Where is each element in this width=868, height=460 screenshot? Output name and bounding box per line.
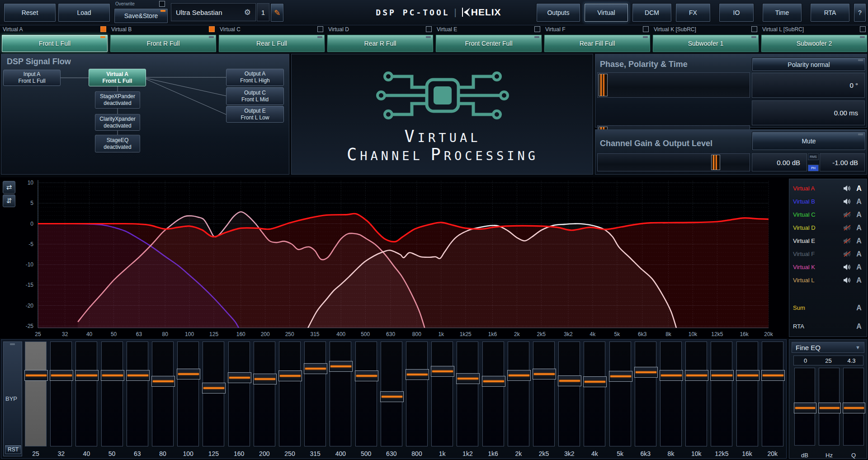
eq-band-track-100[interactable] [177,341,199,446]
eq-band-handle-6k3[interactable] [634,367,658,378]
eq-band-track-12k5[interactable] [711,341,732,446]
eq-band-handle-5k[interactable] [609,371,632,382]
eq-band-handle-2k5[interactable] [533,369,556,379]
ph-badge[interactable]: PH [808,165,819,171]
setup-name-field[interactable]: Ultra Sebastian ⚙ [171,3,256,21]
auto-button[interactable]: A [855,276,863,285]
eq-band-track-4k[interactable] [584,341,605,446]
reset-button[interactable]: Reset [4,3,56,22]
flow-stageeq-node[interactable]: StageEQ deactivated [95,135,140,152]
speaker-muted-icon[interactable] [843,237,851,244]
fine-eq-handle-q[interactable] [843,403,865,413]
eq-band-track-3k2[interactable] [558,341,580,446]
auto-button[interactable]: A [855,263,863,271]
fine-eq-track-db[interactable] [794,368,815,446]
gain-slider-handle[interactable] [711,155,720,170]
eq-band-track-250[interactable] [279,341,301,446]
speaker-muted-icon[interactable] [843,224,851,231]
eq-band-track-315[interactable] [304,341,326,446]
eq-band-handle-12k5[interactable] [710,370,734,381]
channel-link-checkbox[interactable] [100,26,106,32]
eq-band-track-400[interactable] [330,341,351,446]
auto-button[interactable]: A [855,224,863,232]
channel-link-checkbox[interactable] [751,26,757,32]
edit-note-button[interactable]: ✎ [270,3,284,22]
flow-output-a-node[interactable]: Output A Front L High [226,69,284,86]
bypass-panel[interactable]: BYP RST [3,341,22,456]
nav-fx[interactable]: FX [675,3,711,22]
eq-band-handle-8k[interactable] [660,370,683,381]
eq-band-track-630[interactable] [381,341,402,446]
speaker-muted-icon[interactable] [843,251,851,257]
eq-band-track-25[interactable] [25,341,47,446]
eq-band-handle-125[interactable] [202,383,226,394]
eq-band-track-16k[interactable] [736,341,758,446]
channel-button-subwoofer-1[interactable]: Subwoofer 1 [652,34,759,52]
mute-button[interactable]: Mute [752,132,866,151]
eq-band-track-2k[interactable] [508,341,529,446]
phase-value[interactable]: 0 ° [752,73,865,98]
eq-band-track-8k[interactable] [660,341,682,446]
eq-band-track-63[interactable] [127,341,148,446]
eq-band-handle-200[interactable] [253,374,277,384]
flow-clarityxpander-node[interactable]: ClarityXpander deactivated [95,114,140,131]
rms-badge[interactable]: RMS [808,153,819,160]
eq-band-track-2k5[interactable] [533,341,555,446]
reset-eq-button[interactable]: RST [5,445,22,455]
eq-band-handle-32[interactable] [50,370,73,381]
eq-band-handle-500[interactable] [355,370,378,381]
eq-band-track-160[interactable] [228,341,250,446]
eq-band-handle-400[interactable] [329,361,353,372]
eq-band-track-125[interactable] [203,341,224,446]
eq-band-handle-250[interactable] [278,370,302,381]
channel-button-front-center-full[interactable]: Front Center Full [435,34,542,52]
overwrite-checkbox[interactable] [159,1,165,7]
nav-io[interactable]: IO [719,3,754,22]
channel-link-checkbox[interactable] [860,26,866,32]
eq-band-handle-315[interactable] [304,363,327,374]
eq-band-track-50[interactable] [101,341,123,446]
channel-button-front-l-full[interactable]: Front L Full [1,34,108,52]
eq-band-track-800[interactable] [406,341,428,446]
auto-button[interactable]: A [855,211,863,219]
channel-link-checkbox[interactable] [534,26,540,32]
eq-band-handle-100[interactable] [177,369,200,379]
response-graph[interactable]: 1050-5-10-15-20-252532405063801001251602… [0,177,787,338]
auto-button[interactable]: A [855,185,863,193]
eq-band-track-6k3[interactable] [635,341,656,446]
eq-band-track-40[interactable] [75,341,97,446]
speaker-icon[interactable] [843,264,851,270]
eq-band-handle-1k[interactable] [431,366,454,377]
gain-value[interactable]: 0.00 dB [752,153,807,171]
eq-band-handle-25[interactable] [24,370,48,381]
channel-button-subwoofer-2[interactable]: Subwoofer 2 [761,34,868,52]
fine-eq-track-q[interactable] [843,368,864,446]
eq-band-track-1k6[interactable] [482,341,504,446]
save-store-button[interactable]: Save&Store [114,8,168,24]
nav-rta[interactable]: RTA [810,3,850,22]
eq-band-handle-3k2[interactable] [558,375,581,386]
preset-number[interactable]: 1 [257,3,269,21]
nav-time[interactable]: Time [762,3,802,22]
flow-output-c-node[interactable]: Output C Front L Mid [226,87,284,105]
eq-band-track-1k2[interactable] [457,341,478,446]
eq-band-handle-80[interactable] [151,376,175,387]
fine-eq-track-hz[interactable] [819,368,840,446]
auto-button[interactable]: A [855,304,863,312]
eq-band-handle-1k6[interactable] [482,376,505,387]
eq-band-track-1k[interactable] [431,341,453,446]
channel-link-checkbox[interactable] [426,26,432,32]
delay-value[interactable]: 0.00 ms [752,100,865,125]
gain-slider[interactable] [597,153,750,171]
eq-band-handle-2k[interactable] [507,370,531,381]
nav-virtual[interactable]: Virtual [584,3,628,22]
channel-link-checkbox[interactable] [317,26,323,32]
eq-band-handle-50[interactable] [101,370,124,381]
polarity-button[interactable]: Polarity normal [752,57,866,71]
auto-button[interactable]: A [855,250,863,258]
fine-eq-handle-db[interactable] [794,403,816,413]
eq-band-handle-1k2[interactable] [456,373,480,384]
eq-band-handle-16k[interactable] [736,370,760,381]
speaker-icon[interactable] [843,277,851,284]
eq-band-handle-40[interactable] [75,370,99,381]
